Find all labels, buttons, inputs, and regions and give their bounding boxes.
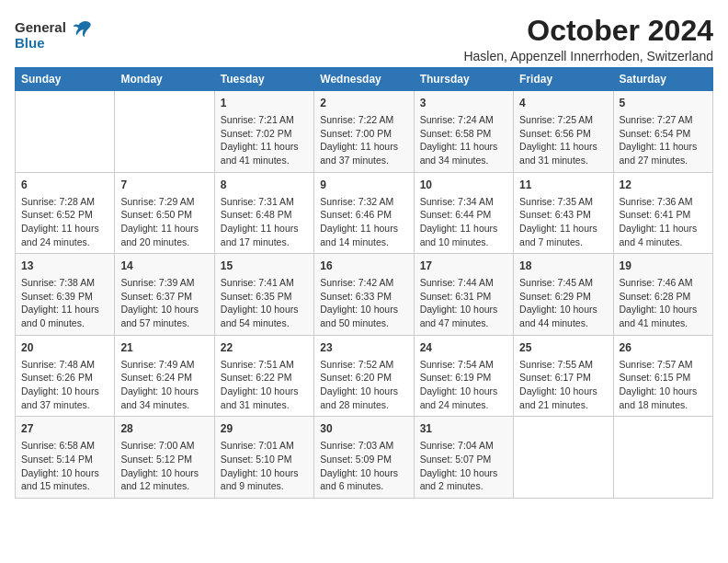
calendar-row-2: 6Sunrise: 7:28 AM Sunset: 6:52 PM Daylig… <box>16 172 713 254</box>
day-number: 29 <box>221 421 308 437</box>
day-number: 2 <box>320 96 407 111</box>
calendar-cell: 8Sunrise: 7:31 AM Sunset: 6:48 PM Daylig… <box>214 172 313 254</box>
col-friday: Friday <box>514 68 613 91</box>
calendar-row-1: 1Sunrise: 7:21 AM Sunset: 7:02 PM Daylig… <box>16 91 713 173</box>
day-number: 24 <box>420 340 507 356</box>
day-number: 13 <box>21 259 108 274</box>
day-info: Sunrise: 7:03 AM Sunset: 5:09 PM Dayligh… <box>320 439 407 493</box>
day-info: Sunrise: 7:39 AM Sunset: 6:37 PM Dayligh… <box>120 276 208 330</box>
day-number: 17 <box>420 259 507 274</box>
calendar-row-4: 20Sunrise: 7:48 AM Sunset: 6:26 PM Dayli… <box>16 335 713 417</box>
calendar-cell <box>613 417 712 499</box>
day-info: Sunrise: 7:42 AM Sunset: 6:33 PM Dayligh… <box>320 276 407 330</box>
day-info: Sunrise: 7:27 AM Sunset: 6:54 PM Dayligh… <box>620 113 707 167</box>
day-info: Sunrise: 7:28 AM Sunset: 6:52 PM Dayligh… <box>21 195 108 249</box>
day-info: Sunrise: 7:04 AM Sunset: 5:07 PM Dayligh… <box>420 439 507 493</box>
title-block: October 2024 Haslen, Appenzell Innerrhod… <box>463 15 713 63</box>
day-info: Sunrise: 7:38 AM Sunset: 6:39 PM Dayligh… <box>21 276 108 330</box>
day-info: Sunrise: 7:46 AM Sunset: 6:28 PM Dayligh… <box>620 276 707 330</box>
calendar-cell <box>514 417 613 499</box>
day-number: 5 <box>620 96 707 111</box>
calendar-cell: 31Sunrise: 7:04 AM Sunset: 5:07 PM Dayli… <box>414 417 513 499</box>
calendar-table: Sunday Monday Tuesday Wednesday Thursday… <box>15 67 713 499</box>
day-info: Sunrise: 7:57 AM Sunset: 6:15 PM Dayligh… <box>620 358 707 412</box>
day-info: Sunrise: 7:24 AM Sunset: 6:58 PM Dayligh… <box>420 113 507 167</box>
day-number: 10 <box>420 178 507 193</box>
calendar-cell: 13Sunrise: 7:38 AM Sunset: 6:39 PM Dayli… <box>16 254 115 336</box>
col-saturday: Saturday <box>613 68 712 91</box>
day-info: Sunrise: 7:52 AM Sunset: 6:20 PM Dayligh… <box>320 358 407 412</box>
day-info: Sunrise: 6:58 AM Sunset: 5:14 PM Dayligh… <box>21 439 108 493</box>
logo-bird-icon <box>72 18 92 39</box>
calendar-cell <box>115 91 214 173</box>
calendar-cell <box>16 91 115 173</box>
header: General Blue October 2024 Haslen, Appenz… <box>15 15 713 63</box>
day-info: Sunrise: 7:34 AM Sunset: 6:44 PM Dayligh… <box>420 195 507 249</box>
day-number: 1 <box>221 96 308 111</box>
day-number: 28 <box>120 421 208 437</box>
day-number: 8 <box>221 178 308 193</box>
day-number: 4 <box>519 96 607 111</box>
calendar-cell: 2Sunrise: 7:22 AM Sunset: 7:00 PM Daylig… <box>314 91 414 173</box>
calendar-cell: 24Sunrise: 7:54 AM Sunset: 6:19 PM Dayli… <box>414 335 513 417</box>
day-info: Sunrise: 7:44 AM Sunset: 6:31 PM Dayligh… <box>420 276 507 330</box>
calendar-cell: 25Sunrise: 7:55 AM Sunset: 6:17 PM Dayli… <box>514 335 613 417</box>
calendar-cell: 12Sunrise: 7:36 AM Sunset: 6:41 PM Dayli… <box>613 172 712 254</box>
day-info: Sunrise: 7:48 AM Sunset: 6:26 PM Dayligh… <box>21 358 108 412</box>
day-number: 25 <box>519 340 607 356</box>
day-info: Sunrise: 7:22 AM Sunset: 7:00 PM Dayligh… <box>320 113 407 167</box>
header-row: Sunday Monday Tuesday Wednesday Thursday… <box>16 68 713 91</box>
day-info: Sunrise: 7:00 AM Sunset: 5:12 PM Dayligh… <box>120 439 208 493</box>
day-number: 3 <box>420 96 507 111</box>
calendar-cell: 14Sunrise: 7:39 AM Sunset: 6:37 PM Dayli… <box>115 254 214 336</box>
day-info: Sunrise: 7:21 AM Sunset: 7:02 PM Dayligh… <box>221 113 308 167</box>
calendar-cell: 11Sunrise: 7:35 AM Sunset: 6:43 PM Dayli… <box>514 172 613 254</box>
day-number: 9 <box>320 178 407 193</box>
calendar-cell: 22Sunrise: 7:51 AM Sunset: 6:22 PM Dayli… <box>214 335 313 417</box>
day-number: 20 <box>21 340 108 356</box>
calendar-header: Sunday Monday Tuesday Wednesday Thursday… <box>16 68 713 91</box>
calendar-cell: 10Sunrise: 7:34 AM Sunset: 6:44 PM Dayli… <box>414 172 513 254</box>
calendar-cell: 30Sunrise: 7:03 AM Sunset: 5:09 PM Dayli… <box>314 417 414 499</box>
day-info: Sunrise: 7:54 AM Sunset: 6:19 PM Dayligh… <box>420 358 507 412</box>
day-info: Sunrise: 7:29 AM Sunset: 6:50 PM Dayligh… <box>120 195 208 249</box>
calendar-cell: 7Sunrise: 7:29 AM Sunset: 6:50 PM Daylig… <box>115 172 214 254</box>
calendar-row-5: 27Sunrise: 6:58 AM Sunset: 5:14 PM Dayli… <box>16 417 713 499</box>
page-container: General Blue October 2024 Haslen, Appenz… <box>0 0 728 508</box>
calendar-cell: 19Sunrise: 7:46 AM Sunset: 6:28 PM Dayli… <box>613 254 712 336</box>
calendar-cell: 9Sunrise: 7:32 AM Sunset: 6:46 PM Daylig… <box>314 172 414 254</box>
col-monday: Monday <box>115 68 214 91</box>
calendar-cell: 5Sunrise: 7:27 AM Sunset: 6:54 PM Daylig… <box>613 91 712 173</box>
calendar-cell: 6Sunrise: 7:28 AM Sunset: 6:52 PM Daylig… <box>16 172 115 254</box>
location-title: Haslen, Appenzell Innerrhoden, Switzerla… <box>463 49 713 63</box>
day-info: Sunrise: 7:49 AM Sunset: 6:24 PM Dayligh… <box>120 358 208 412</box>
day-info: Sunrise: 7:01 AM Sunset: 5:10 PM Dayligh… <box>221 439 308 493</box>
calendar-cell: 29Sunrise: 7:01 AM Sunset: 5:10 PM Dayli… <box>214 417 313 499</box>
month-title: October 2024 <box>463 15 713 47</box>
day-number: 31 <box>420 421 507 437</box>
calendar-body: 1Sunrise: 7:21 AM Sunset: 7:02 PM Daylig… <box>16 91 713 499</box>
day-number: 12 <box>620 178 707 193</box>
logo: General Blue <box>15 18 92 51</box>
calendar-cell: 23Sunrise: 7:52 AM Sunset: 6:20 PM Dayli… <box>314 335 414 417</box>
day-number: 19 <box>620 259 707 274</box>
day-info: Sunrise: 7:45 AM Sunset: 6:29 PM Dayligh… <box>519 276 607 330</box>
day-number: 26 <box>620 340 707 356</box>
calendar-cell: 17Sunrise: 7:44 AM Sunset: 6:31 PM Dayli… <box>414 254 513 336</box>
calendar-cell: 28Sunrise: 7:00 AM Sunset: 5:12 PM Dayli… <box>115 417 214 499</box>
calendar-cell: 3Sunrise: 7:24 AM Sunset: 6:58 PM Daylig… <box>414 91 513 173</box>
day-number: 22 <box>221 340 308 356</box>
day-info: Sunrise: 7:41 AM Sunset: 6:35 PM Dayligh… <box>221 276 308 330</box>
calendar-cell: 27Sunrise: 6:58 AM Sunset: 5:14 PM Dayli… <box>16 417 115 499</box>
day-info: Sunrise: 7:55 AM Sunset: 6:17 PM Dayligh… <box>519 358 607 412</box>
calendar-cell: 18Sunrise: 7:45 AM Sunset: 6:29 PM Dayli… <box>514 254 613 336</box>
day-number: 15 <box>221 259 308 274</box>
calendar-cell: 4Sunrise: 7:25 AM Sunset: 6:56 PM Daylig… <box>514 91 613 173</box>
calendar-cell: 20Sunrise: 7:48 AM Sunset: 6:26 PM Dayli… <box>16 335 115 417</box>
logo-text: General Blue <box>15 18 92 51</box>
logo-general: General <box>15 19 66 35</box>
day-number: 6 <box>21 178 108 193</box>
calendar-cell: 15Sunrise: 7:41 AM Sunset: 6:35 PM Dayli… <box>214 254 313 336</box>
day-number: 16 <box>320 259 407 274</box>
day-number: 18 <box>519 259 607 274</box>
